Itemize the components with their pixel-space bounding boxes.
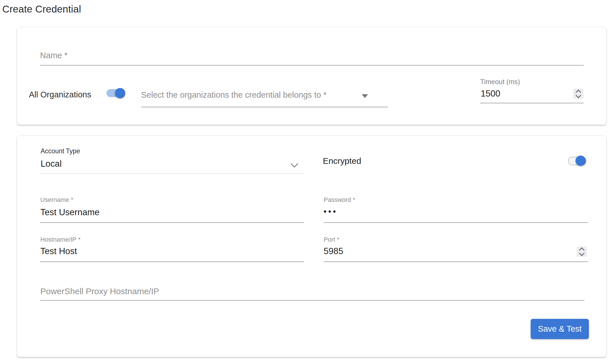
account-type-label: Account Type bbox=[41, 147, 80, 155]
toggle-thumb-icon bbox=[115, 88, 125, 98]
name-input-underline bbox=[40, 65, 584, 66]
organization-select[interactable]: Select the organizations the credential … bbox=[141, 90, 327, 100]
timeout-underline bbox=[480, 103, 584, 103]
powershell-proxy-input[interactable]: PowerShell Proxy Hostname/IP bbox=[40, 286, 159, 296]
account-type-select[interactable]: Local bbox=[41, 159, 62, 169]
hostname-underline bbox=[40, 262, 304, 262]
username-underline bbox=[40, 222, 304, 223]
save-and-test-label: Save & Test bbox=[538, 324, 581, 334]
password-underline bbox=[324, 222, 588, 223]
create-credential-page: Create Credential Name * All Organizatio… bbox=[0, 0, 615, 364]
port-stepper[interactable] bbox=[577, 246, 587, 257]
port-input[interactable]: 5985 bbox=[324, 246, 343, 256]
chevron-down-icon[interactable] bbox=[291, 160, 298, 167]
password-label: Password * bbox=[324, 196, 355, 204]
port-label: Port * bbox=[324, 236, 339, 243]
page-title: Create Credential bbox=[2, 3, 81, 15]
all-organizations-label: All Organizations bbox=[29, 90, 91, 99]
username-label: Username * bbox=[40, 196, 73, 204]
hostname-input[interactable]: Test Host bbox=[40, 246, 77, 256]
username-input[interactable]: Test Username bbox=[40, 207, 99, 217]
general-settings-card: Name * All Organizations Select the orga… bbox=[17, 27, 606, 125]
credential-details-card: Account Type Local Encrypted Username * … bbox=[17, 135, 606, 357]
hostname-label: Hostname/IP * bbox=[40, 236, 80, 243]
timeout-input[interactable]: 1500 bbox=[481, 89, 500, 99]
encrypted-label: Encrypted bbox=[323, 156, 361, 166]
dropdown-arrow-icon[interactable] bbox=[362, 94, 368, 98]
powershell-proxy-underline bbox=[40, 300, 584, 301]
all-organizations-toggle[interactable] bbox=[106, 88, 127, 99]
save-and-test-button[interactable]: Save & Test bbox=[531, 319, 589, 339]
name-input[interactable]: Name * bbox=[40, 51, 68, 60]
account-type-underline bbox=[40, 173, 304, 174]
toggle-thumb-icon bbox=[576, 156, 586, 166]
port-underline bbox=[324, 262, 588, 262]
password-input[interactable]: ••• bbox=[324, 207, 338, 216]
organization-select-underline bbox=[141, 107, 388, 107]
timeout-label: Timeout (ms) bbox=[480, 78, 520, 86]
encrypted-toggle[interactable] bbox=[568, 156, 589, 167]
timeout-stepper[interactable] bbox=[573, 89, 583, 99]
